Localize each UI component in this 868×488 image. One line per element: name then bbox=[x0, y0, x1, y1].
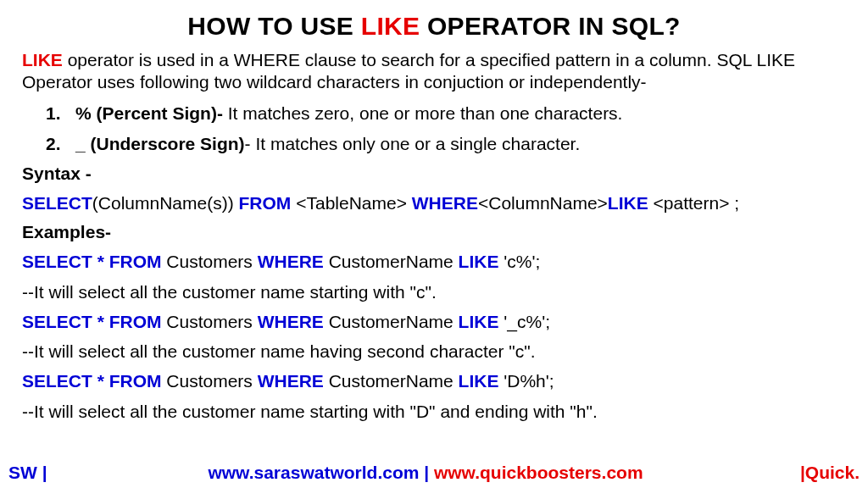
wildcard-item-1: 1. % (Percent Sign)- It matches zero, on… bbox=[22, 103, 846, 125]
ex3-table: Customers bbox=[166, 371, 257, 391]
syntax-table: <TableName> bbox=[296, 193, 412, 213]
footer-sep: | bbox=[419, 463, 434, 482]
item1-num: 1. bbox=[46, 103, 61, 123]
item2-num: 2. bbox=[46, 134, 61, 153]
ex3-col: CustomerName bbox=[329, 371, 459, 391]
kw-like: LIKE bbox=[608, 193, 654, 213]
intro-paragraph: LIKE operator is used in a WHERE clause … bbox=[22, 49, 846, 94]
syntax-pattern: <pattern> ; bbox=[654, 193, 740, 213]
example-3-note: --It will select all the customer name s… bbox=[22, 401, 846, 423]
ex1-like: LIKE bbox=[459, 252, 504, 271]
syntax-col: <ColumnName> bbox=[478, 193, 608, 213]
examples-label: Examples- bbox=[22, 222, 846, 242]
page-title: HOW TO USE LIKE OPERATOR IN SQL? bbox=[22, 12, 846, 41]
footer-site1[interactable]: www.saraswatworld.com bbox=[208, 463, 419, 482]
footer-site2[interactable]: www.quickboosters.com bbox=[434, 463, 643, 482]
ex1-table: Customers bbox=[166, 252, 257, 271]
ex3-pattern: 'D%h'; bbox=[504, 371, 554, 391]
ex1-col: CustomerName bbox=[329, 252, 459, 271]
title-like: LIKE bbox=[361, 12, 420, 40]
ex2-where: WHERE bbox=[258, 312, 329, 331]
title-post: OPERATOR IN SQL? bbox=[420, 12, 680, 40]
example-3: SELECT * FROM Customers WHERE CustomerNa… bbox=[22, 370, 846, 392]
syntax-line: SELECT(ColumnName(s)) FROM <TableName> W… bbox=[22, 192, 846, 214]
item2-label: _ (Underscore Sign) bbox=[75, 134, 245, 153]
example-2: SELECT * FROM Customers WHERE CustomerNa… bbox=[22, 311, 846, 333]
title-pre: HOW TO USE bbox=[187, 12, 360, 40]
ex2-like: LIKE bbox=[459, 312, 504, 331]
footer-left: SW | bbox=[8, 463, 59, 483]
intro-text: operator is used in a WHERE clause to se… bbox=[22, 50, 795, 92]
ex3-select: SELECT * FROM bbox=[22, 371, 166, 391]
ex2-table: Customers bbox=[166, 312, 257, 331]
ex1-select: SELECT * FROM bbox=[22, 252, 166, 271]
example-1-note: --It will select all the customer name s… bbox=[22, 281, 846, 303]
footer-right: |Quick. bbox=[792, 463, 860, 483]
ex3-like: LIKE bbox=[459, 371, 504, 391]
example-2-note: --It will select all the customer name h… bbox=[22, 341, 846, 363]
intro-like: LIKE bbox=[22, 50, 63, 69]
kw-where: WHERE bbox=[412, 193, 478, 213]
item1-desc: It matches zero, one or more than one ch… bbox=[223, 103, 623, 123]
ex1-where: WHERE bbox=[258, 252, 329, 271]
kw-select: SELECT bbox=[22, 193, 92, 213]
footer-center: www.saraswatworld.com | www.quickbooster… bbox=[59, 463, 792, 483]
kw-from: FROM bbox=[239, 193, 297, 213]
ex2-pattern: '_c%'; bbox=[504, 312, 550, 331]
wildcard-item-2: 2. _ (Underscore Sign)- It matches only … bbox=[22, 133, 846, 155]
syntax-label: Syntax - bbox=[22, 164, 846, 184]
ex1-pattern: 'c%'; bbox=[504, 252, 540, 271]
syntax-cols: (ColumnName(s)) bbox=[92, 193, 239, 213]
ex2-col: CustomerName bbox=[329, 312, 459, 331]
ex3-where: WHERE bbox=[258, 371, 329, 391]
item2-desc: - It matches only one or a single charac… bbox=[245, 134, 581, 153]
ex2-select: SELECT * FROM bbox=[22, 312, 166, 331]
footer: SW | www.saraswatworld.com | www.quickbo… bbox=[0, 463, 868, 483]
example-1: SELECT * FROM Customers WHERE CustomerNa… bbox=[22, 251, 846, 273]
item1-label: % (Percent Sign)- bbox=[75, 103, 223, 123]
